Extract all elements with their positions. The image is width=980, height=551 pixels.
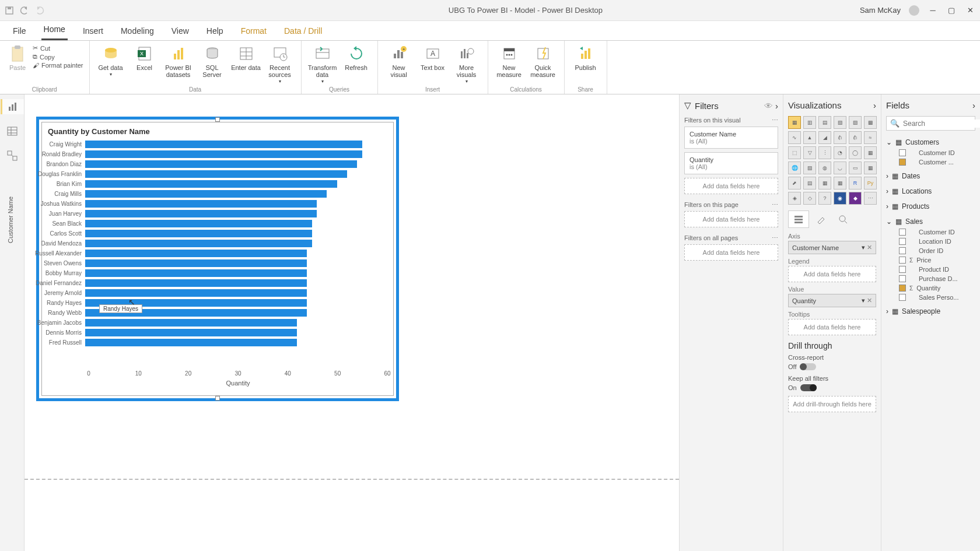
viz-filled-map[interactable]: ▧ xyxy=(803,162,816,174)
viz-stacked-bar[interactable]: ▦ xyxy=(788,116,801,129)
viz-stacked-col[interactable]: ▥ xyxy=(803,116,816,129)
menu-modeling[interactable]: Modeling xyxy=(118,23,156,40)
format-tab[interactable] xyxy=(810,210,831,228)
legend-well[interactable]: Add data fields here xyxy=(788,266,876,282)
viz-treemap[interactable]: ▦ xyxy=(864,146,877,159)
viz-line-col2[interactable]: ⫛ xyxy=(849,131,862,144)
filter-card-customer[interactable]: Customer Name is (All) xyxy=(684,127,778,149)
filter-card-quantity[interactable]: Quantity is (All) xyxy=(684,152,778,174)
cross-report-toggle[interactable] xyxy=(800,363,816,370)
checkbox[interactable] xyxy=(899,247,906,254)
viz-pie[interactable]: ◔ xyxy=(834,146,846,159)
field-customer-id[interactable]: Customer ID xyxy=(899,148,975,157)
quick-measure-button[interactable]: Quick measure xyxy=(528,43,558,78)
bar-row[interactable]: Brandon Diaz xyxy=(89,159,387,169)
refresh-button[interactable]: Refresh xyxy=(341,43,372,71)
bar-row[interactable]: Daniel Fernandez xyxy=(89,278,387,288)
cut-button[interactable]: ✂Cut xyxy=(33,44,83,52)
bar-row[interactable]: Benjamin Jacobs xyxy=(89,318,387,328)
viz-ribbon[interactable]: ≈ xyxy=(864,131,877,144)
bar-row[interactable]: Ronald Bradley xyxy=(89,149,387,159)
bar-row[interactable]: Jeremy Arnold xyxy=(89,288,387,298)
table-products[interactable]: ›▦Products xyxy=(886,201,975,212)
copy-button[interactable]: ⧉Copy xyxy=(33,53,83,61)
checkbox[interactable] xyxy=(899,159,906,166)
checkbox[interactable] xyxy=(899,229,906,236)
filter-add-visual[interactable]: Add data fields here xyxy=(684,178,778,194)
publish-button[interactable]: Publish xyxy=(570,43,601,71)
save-icon[interactable] xyxy=(5,6,14,15)
viz-r[interactable]: R xyxy=(849,177,862,189)
viz-matrix[interactable]: ▦ xyxy=(834,177,846,189)
bar-row[interactable]: Brian Kim xyxy=(89,179,387,189)
viz-map[interactable]: 🌐 xyxy=(788,162,801,174)
viz-area[interactable]: ▲ xyxy=(803,131,816,144)
table-salespeople[interactable]: ›▦Salespeople xyxy=(886,306,975,317)
viz-shape-map[interactable]: ◍ xyxy=(818,162,831,174)
menu-file[interactable]: File xyxy=(10,23,29,40)
bar-row[interactable]: Sean Black xyxy=(89,219,387,229)
checkbox[interactable] xyxy=(899,275,906,282)
bar-row[interactable]: Joshua Watkins xyxy=(89,199,387,209)
field-customer-[interactable]: Customer ... xyxy=(899,157,975,167)
format-painter-button[interactable]: 🖌Format painter xyxy=(33,62,83,69)
viz-slicer[interactable]: ▤ xyxy=(803,177,816,189)
checkbox[interactable] xyxy=(899,257,906,264)
pbi-datasets-button[interactable]: Power BI datasets xyxy=(163,43,194,78)
collapse-icon[interactable]: › xyxy=(775,101,778,111)
bar-row[interactable]: David Mendoza xyxy=(89,238,387,248)
drill-well[interactable]: Add drill-through fields here xyxy=(788,396,876,412)
viz-more[interactable]: ⋯ xyxy=(864,192,877,205)
user-name[interactable]: Sam McKay xyxy=(860,6,901,15)
bar-row[interactable]: Carlos Scott xyxy=(89,229,387,238)
bar-row[interactable]: Douglas Franklin xyxy=(89,169,387,179)
viz-waterfall[interactable]: ⬚ xyxy=(788,146,801,159)
table-locations[interactable]: ›▦Locations xyxy=(886,185,975,197)
more-icon[interactable]: ⋯ xyxy=(772,201,778,209)
transform-data-button[interactable]: Transform data▾ xyxy=(307,43,338,85)
chart-visual[interactable]: Quantity by Customer Name Customer Name … xyxy=(36,117,399,401)
field-purchase-d-[interactable]: Purchase D... xyxy=(899,274,975,283)
menu-view[interactable]: View xyxy=(169,23,191,40)
menu-data-drill[interactable]: Data / Drill xyxy=(282,23,324,40)
filter-add-page[interactable]: Add data fields here xyxy=(684,211,778,227)
field-order-id[interactable]: Order ID xyxy=(899,246,975,255)
viz-py[interactable]: Py xyxy=(864,177,877,189)
undo-icon[interactable] xyxy=(20,6,29,15)
field-sales-perso-[interactable]: Sales Perso... xyxy=(899,293,975,302)
checkbox[interactable] xyxy=(899,266,906,273)
menu-home[interactable]: Home xyxy=(41,21,68,40)
viz-qa[interactable]: ? xyxy=(818,192,831,205)
bar-row[interactable]: Craig Wright xyxy=(89,139,387,149)
viz-key-infl[interactable]: ◈ xyxy=(788,192,801,205)
field-price[interactable]: ΣPrice xyxy=(899,255,975,265)
show-filters-icon[interactable]: 👁 xyxy=(764,101,773,111)
viz-card[interactable]: ▭ xyxy=(849,162,862,174)
bar-row[interactable]: Steven Owens xyxy=(89,258,387,268)
fields-search[interactable]: 🔍 xyxy=(886,116,975,131)
checkbox[interactable] xyxy=(899,294,906,301)
redo-icon[interactable] xyxy=(35,6,44,15)
bar-row[interactable]: Bobby Murray xyxy=(89,268,387,278)
viz-clustered-bar[interactable]: ▤ xyxy=(818,116,831,129)
menu-help[interactable]: Help xyxy=(204,23,226,40)
viz-100-bar[interactable]: ▨ xyxy=(849,116,862,129)
table-dates[interactable]: ›▦Dates xyxy=(886,170,975,182)
field-location-id[interactable]: Location ID xyxy=(899,237,975,246)
viz-line-col[interactable]: ⫛ xyxy=(834,131,846,144)
bar-row[interactable]: Fred Russell xyxy=(89,338,387,348)
viz-power-apps[interactable]: ◆ xyxy=(849,192,862,205)
bar-row[interactable]: Juan Harvey xyxy=(89,209,387,219)
recent-sources-button[interactable]: Recent sources▾ xyxy=(265,43,295,85)
viz-donut[interactable]: ◯ xyxy=(849,146,862,159)
viz-gauge[interactable]: ◡ xyxy=(834,162,846,174)
checkbox[interactable] xyxy=(899,285,906,292)
data-view-icon[interactable] xyxy=(5,124,20,139)
new-measure-button[interactable]: New measure xyxy=(494,43,524,78)
more-icon[interactable]: ⋯ xyxy=(772,234,778,242)
bar-row[interactable]: Dennis Morris xyxy=(89,328,387,338)
field-product-id[interactable]: Product ID xyxy=(899,265,975,274)
analytics-tab[interactable] xyxy=(832,210,853,228)
collapse-icon[interactable]: › xyxy=(972,100,975,110)
filter-add-all[interactable]: Add data fields here xyxy=(684,244,778,261)
